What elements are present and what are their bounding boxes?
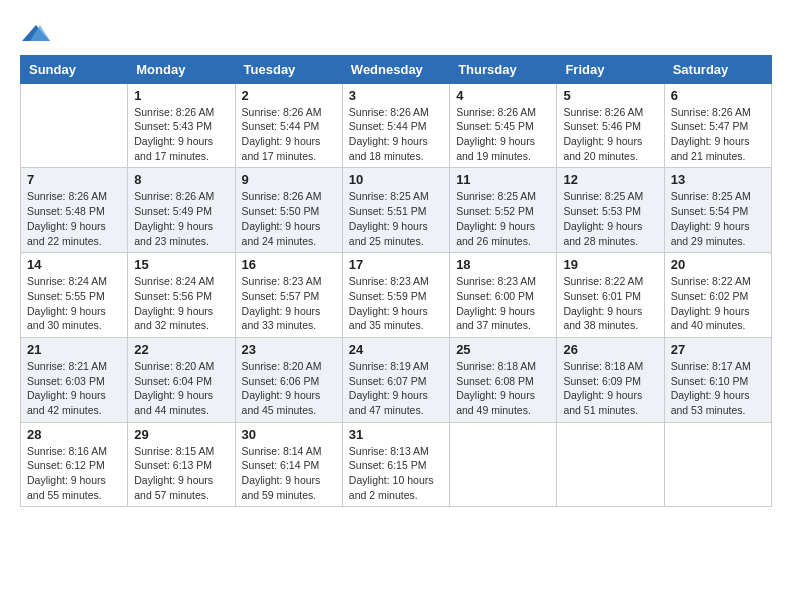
- day-number: 31: [349, 427, 443, 442]
- calendar-cell: 17Sunrise: 8:23 AMSunset: 5:59 PMDayligh…: [342, 253, 449, 338]
- calendar-cell: 18Sunrise: 8:23 AMSunset: 6:00 PMDayligh…: [450, 253, 557, 338]
- calendar-week-row: 14Sunrise: 8:24 AMSunset: 5:55 PMDayligh…: [21, 253, 772, 338]
- calendar-cell: 10Sunrise: 8:25 AMSunset: 5:51 PMDayligh…: [342, 168, 449, 253]
- calendar-cell: 27Sunrise: 8:17 AMSunset: 6:10 PMDayligh…: [664, 337, 771, 422]
- calendar-cell: 6Sunrise: 8:26 AMSunset: 5:47 PMDaylight…: [664, 83, 771, 168]
- calendar-cell: 25Sunrise: 8:18 AMSunset: 6:08 PMDayligh…: [450, 337, 557, 422]
- cell-content: Sunrise: 8:14 AMSunset: 6:14 PMDaylight:…: [242, 444, 336, 503]
- calendar-cell: 7Sunrise: 8:26 AMSunset: 5:48 PMDaylight…: [21, 168, 128, 253]
- day-number: 28: [27, 427, 121, 442]
- cell-content: Sunrise: 8:25 AMSunset: 5:53 PMDaylight:…: [563, 189, 657, 248]
- calendar-cell: [557, 422, 664, 507]
- calendar-cell: 2Sunrise: 8:26 AMSunset: 5:44 PMDaylight…: [235, 83, 342, 168]
- cell-content: Sunrise: 8:26 AMSunset: 5:46 PMDaylight:…: [563, 105, 657, 164]
- calendar-cell: 5Sunrise: 8:26 AMSunset: 5:46 PMDaylight…: [557, 83, 664, 168]
- day-number: 29: [134, 427, 228, 442]
- day-number: 21: [27, 342, 121, 357]
- cell-content: Sunrise: 8:13 AMSunset: 6:15 PMDaylight:…: [349, 444, 443, 503]
- cell-content: Sunrise: 8:15 AMSunset: 6:13 PMDaylight:…: [134, 444, 228, 503]
- calendar-cell: 8Sunrise: 8:26 AMSunset: 5:49 PMDaylight…: [128, 168, 235, 253]
- cell-content: Sunrise: 8:23 AMSunset: 5:59 PMDaylight:…: [349, 274, 443, 333]
- day-number: 6: [671, 88, 765, 103]
- day-number: 10: [349, 172, 443, 187]
- calendar-cell: [664, 422, 771, 507]
- cell-content: Sunrise: 8:26 AMSunset: 5:45 PMDaylight:…: [456, 105, 550, 164]
- day-number: 11: [456, 172, 550, 187]
- day-number: 27: [671, 342, 765, 357]
- calendar-cell: 15Sunrise: 8:24 AMSunset: 5:56 PMDayligh…: [128, 253, 235, 338]
- cell-content: Sunrise: 8:20 AMSunset: 6:04 PMDaylight:…: [134, 359, 228, 418]
- col-header-wednesday: Wednesday: [342, 55, 449, 83]
- calendar-cell: 13Sunrise: 8:25 AMSunset: 5:54 PMDayligh…: [664, 168, 771, 253]
- cell-content: Sunrise: 8:26 AMSunset: 5:44 PMDaylight:…: [349, 105, 443, 164]
- day-number: 2: [242, 88, 336, 103]
- day-number: 18: [456, 257, 550, 272]
- calendar-cell: 26Sunrise: 8:18 AMSunset: 6:09 PMDayligh…: [557, 337, 664, 422]
- day-number: 3: [349, 88, 443, 103]
- calendar-header-row: SundayMondayTuesdayWednesdayThursdayFrid…: [21, 55, 772, 83]
- calendar-cell: 16Sunrise: 8:23 AMSunset: 5:57 PMDayligh…: [235, 253, 342, 338]
- calendar-cell: 20Sunrise: 8:22 AMSunset: 6:02 PMDayligh…: [664, 253, 771, 338]
- cell-content: Sunrise: 8:26 AMSunset: 5:47 PMDaylight:…: [671, 105, 765, 164]
- calendar-cell: 22Sunrise: 8:20 AMSunset: 6:04 PMDayligh…: [128, 337, 235, 422]
- cell-content: Sunrise: 8:23 AMSunset: 5:57 PMDaylight:…: [242, 274, 336, 333]
- day-number: 19: [563, 257, 657, 272]
- calendar-cell: 29Sunrise: 8:15 AMSunset: 6:13 PMDayligh…: [128, 422, 235, 507]
- cell-content: Sunrise: 8:21 AMSunset: 6:03 PMDaylight:…: [27, 359, 121, 418]
- calendar-cell: [450, 422, 557, 507]
- calendar-cell: 21Sunrise: 8:21 AMSunset: 6:03 PMDayligh…: [21, 337, 128, 422]
- calendar-cell: 9Sunrise: 8:26 AMSunset: 5:50 PMDaylight…: [235, 168, 342, 253]
- col-header-saturday: Saturday: [664, 55, 771, 83]
- day-number: 13: [671, 172, 765, 187]
- day-number: 12: [563, 172, 657, 187]
- calendar-cell: 23Sunrise: 8:20 AMSunset: 6:06 PMDayligh…: [235, 337, 342, 422]
- cell-content: Sunrise: 8:22 AMSunset: 6:01 PMDaylight:…: [563, 274, 657, 333]
- calendar-cell: 11Sunrise: 8:25 AMSunset: 5:52 PMDayligh…: [450, 168, 557, 253]
- cell-content: Sunrise: 8:18 AMSunset: 6:09 PMDaylight:…: [563, 359, 657, 418]
- col-header-sunday: Sunday: [21, 55, 128, 83]
- day-number: 9: [242, 172, 336, 187]
- day-number: 22: [134, 342, 228, 357]
- calendar-cell: 24Sunrise: 8:19 AMSunset: 6:07 PMDayligh…: [342, 337, 449, 422]
- day-number: 17: [349, 257, 443, 272]
- cell-content: Sunrise: 8:24 AMSunset: 5:56 PMDaylight:…: [134, 274, 228, 333]
- calendar-cell: 3Sunrise: 8:26 AMSunset: 5:44 PMDaylight…: [342, 83, 449, 168]
- calendar-cell: 19Sunrise: 8:22 AMSunset: 6:01 PMDayligh…: [557, 253, 664, 338]
- cell-content: Sunrise: 8:26 AMSunset: 5:43 PMDaylight:…: [134, 105, 228, 164]
- cell-content: Sunrise: 8:26 AMSunset: 5:48 PMDaylight:…: [27, 189, 121, 248]
- day-number: 23: [242, 342, 336, 357]
- calendar-cell: 4Sunrise: 8:26 AMSunset: 5:45 PMDaylight…: [450, 83, 557, 168]
- day-number: 30: [242, 427, 336, 442]
- day-number: 16: [242, 257, 336, 272]
- day-number: 25: [456, 342, 550, 357]
- col-header-friday: Friday: [557, 55, 664, 83]
- cell-content: Sunrise: 8:20 AMSunset: 6:06 PMDaylight:…: [242, 359, 336, 418]
- calendar-week-row: 21Sunrise: 8:21 AMSunset: 6:03 PMDayligh…: [21, 337, 772, 422]
- cell-content: Sunrise: 8:16 AMSunset: 6:12 PMDaylight:…: [27, 444, 121, 503]
- calendar-cell: [21, 83, 128, 168]
- cell-content: Sunrise: 8:26 AMSunset: 5:44 PMDaylight:…: [242, 105, 336, 164]
- cell-content: Sunrise: 8:26 AMSunset: 5:49 PMDaylight:…: [134, 189, 228, 248]
- calendar-cell: 14Sunrise: 8:24 AMSunset: 5:55 PMDayligh…: [21, 253, 128, 338]
- day-number: 7: [27, 172, 121, 187]
- cell-content: Sunrise: 8:19 AMSunset: 6:07 PMDaylight:…: [349, 359, 443, 418]
- col-header-thursday: Thursday: [450, 55, 557, 83]
- cell-content: Sunrise: 8:17 AMSunset: 6:10 PMDaylight:…: [671, 359, 765, 418]
- cell-content: Sunrise: 8:24 AMSunset: 5:55 PMDaylight:…: [27, 274, 121, 333]
- day-number: 15: [134, 257, 228, 272]
- page-header: [20, 20, 772, 39]
- calendar-cell: 1Sunrise: 8:26 AMSunset: 5:43 PMDaylight…: [128, 83, 235, 168]
- day-number: 24: [349, 342, 443, 357]
- day-number: 20: [671, 257, 765, 272]
- logo: [20, 20, 50, 39]
- cell-content: Sunrise: 8:25 AMSunset: 5:52 PMDaylight:…: [456, 189, 550, 248]
- logo-icon: [22, 23, 50, 43]
- calendar-week-row: 7Sunrise: 8:26 AMSunset: 5:48 PMDaylight…: [21, 168, 772, 253]
- cell-content: Sunrise: 8:18 AMSunset: 6:08 PMDaylight:…: [456, 359, 550, 418]
- col-header-tuesday: Tuesday: [235, 55, 342, 83]
- cell-content: Sunrise: 8:23 AMSunset: 6:00 PMDaylight:…: [456, 274, 550, 333]
- day-number: 26: [563, 342, 657, 357]
- calendar-table: SundayMondayTuesdayWednesdayThursdayFrid…: [20, 55, 772, 508]
- day-number: 1: [134, 88, 228, 103]
- calendar-cell: 30Sunrise: 8:14 AMSunset: 6:14 PMDayligh…: [235, 422, 342, 507]
